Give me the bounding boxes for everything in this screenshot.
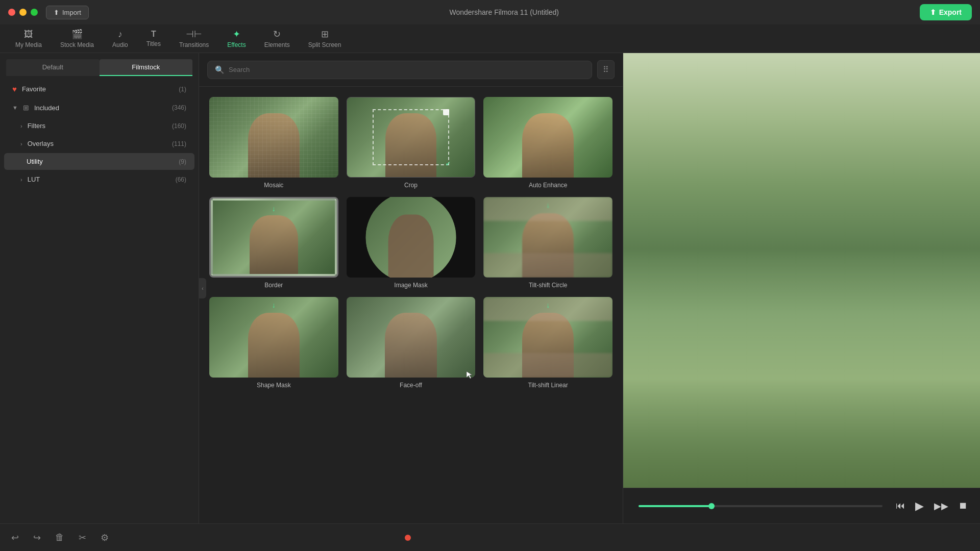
lut-label: LUT [28,176,40,183]
overlays-label: Overlays [28,140,54,147]
sidebar-item-filters[interactable]: › Filters (160) [4,117,194,134]
border-label: Border [264,282,283,289]
tab-effects[interactable]: ✦ Effects [218,26,255,52]
progress-track[interactable] [639,505,883,507]
tab-stock-media[interactable]: 🎬 Stock Media [51,26,103,52]
mosaic-thumbnail [209,97,338,178]
maximize-button[interactable] [31,9,38,16]
search-input[interactable] [229,66,584,73]
favorite-label: Favorite [22,85,46,93]
audio-label: Audio [112,41,128,48]
image-mask-label: Image Mask [394,282,427,289]
utility-label: Utility [27,158,43,165]
effect-image-mask[interactable]: Image Mask [347,197,476,289]
tilt-shift-circle-thumbnail: ↓ [483,197,612,278]
crop-thumbnail: ↙ [347,97,476,178]
sidebar-tab-default[interactable]: Default [6,59,100,76]
tilt-shift-circle-label: Tilt-shift Circle [529,282,568,289]
effect-shape-mask[interactable]: ↓ Shape Mask [209,297,338,389]
app-title: Wondershare Filmora 11 (Untitled) [89,8,920,16]
preview-panel: ⏮ ▶ ▶▶ ⏹ [623,53,980,523]
progress-fill [639,505,712,507]
window-controls [8,9,38,16]
effect-auto-enhance[interactable]: Auto Enhance [483,97,612,189]
chevron-right-icon: › [20,123,22,129]
download-badge: ↓ [272,205,276,213]
shape-mask-thumbnail: ↓ [209,297,338,378]
main-area: Default Filmstock ♥ Favorite (1) ▼ ⊞ Inc… [0,53,980,523]
audio-icon: ♪ [118,29,122,40]
close-button[interactable] [8,9,15,16]
my-media-icon: 🖼 [24,29,33,40]
split-screen-icon: ⊞ [321,29,329,40]
search-box[interactable]: 🔍 [207,61,592,79]
effect-face-off[interactable]: Face-off [347,297,476,389]
filters-count: (160) [172,122,186,130]
adjust-button[interactable]: ⚙ [97,529,112,546]
filters-label: Filters [28,122,45,130]
heart-icon: ♥ [12,85,17,93]
record-indicator [405,535,411,541]
sidebar-tab-filmstock[interactable]: Filmstock [100,59,193,76]
sidebar-item-lut[interactable]: › LUT (66) [4,171,194,188]
effect-tilt-shift-linear[interactable]: ↓ Tilt-shift Linear [483,297,612,389]
tab-elements[interactable]: ↻ Elements [255,26,299,52]
sidebar-item-favorite[interactable]: ♥ Favorite (1) [4,80,194,98]
shape-mask-label: Shape Mask [257,382,291,389]
sidebar-tabs: Default Filmstock [0,53,199,76]
collapse-handle[interactable]: ‹ [199,278,206,298]
grid-toggle-button[interactable]: ⠿ [597,60,615,79]
face-off-thumbnail [347,297,476,378]
undo-button[interactable]: ↩ [8,529,22,546]
skip-back-button[interactable]: ⏮ [894,498,907,513]
transitions-label: Transitions [179,41,209,48]
delete-button[interactable]: 🗑 [52,529,67,546]
effect-border[interactable]: ↓ Border [209,197,338,289]
redo-button[interactable]: ↪ [30,529,44,546]
effects-grid: Mosaic ↙ Crop [199,87,623,399]
effect-mosaic[interactable]: Mosaic [209,97,338,189]
auto-enhance-label: Auto Enhance [529,182,567,189]
mosaic-label: Mosaic [264,182,283,189]
titles-label: Titles [146,40,161,47]
crop-label: Crop [404,182,418,189]
tab-transitions[interactable]: ⊣⊢ Transitions [170,26,218,52]
included-label: Included [34,104,59,112]
titles-icon: T [151,30,156,39]
cut-button[interactable]: ✂ [76,529,89,546]
import-icon: ⬆ [54,9,59,16]
tilt-shift-linear-label: Tilt-shift Linear [528,382,568,389]
sidebar-item-utility[interactable]: Utility (9) [4,153,194,170]
play-forward-button[interactable]: ▶▶ [932,498,950,514]
my-media-label: My Media [15,41,42,48]
effect-crop[interactable]: ↙ Crop [347,97,476,189]
bottom-toolbar: ↩ ↪ 🗑 ✂ ⚙ [0,523,980,551]
stop-button[interactable]: ⏹ [957,498,970,513]
effect-tilt-shift-circle[interactable]: ↓ Tilt-shift Circle [483,197,612,289]
grid-icon: ⊞ [23,104,29,112]
export-button[interactable]: ⬆ Export [920,4,972,20]
sidebar-item-overlays[interactable]: › Overlays (111) [4,135,194,152]
tab-titles[interactable]: T Titles [137,27,170,51]
tab-split-screen[interactable]: ⊞ Split Screen [299,26,351,52]
stock-media-icon: 🎬 [71,29,83,40]
minimize-button[interactable] [19,9,27,16]
chevron-right-icon-2: › [20,141,22,147]
search-icon: 🔍 [215,65,225,74]
face-off-label: Face-off [400,382,422,389]
preview-video [623,53,980,488]
favorite-count: (1) [179,86,186,93]
tab-my-media[interactable]: 🖼 My Media [6,26,51,52]
effects-area: ‹ 🔍 ⠿ Mosaic [199,53,623,523]
sidebar: Default Filmstock ♥ Favorite (1) ▼ ⊞ Inc… [0,53,199,523]
play-button[interactable]: ▶ [913,497,926,515]
sidebar-item-included[interactable]: ▼ ⊞ Included (346) [4,99,194,116]
titlebar: ⬆ Import Wondershare Filmora 11 (Untitle… [0,0,980,24]
elements-label: Elements [264,41,290,48]
effects-icon: ✦ [233,29,240,40]
import-button[interactable]: ⬆ Import [46,6,89,19]
tab-audio[interactable]: ♪ Audio [103,26,137,52]
import-label: Import [62,9,81,16]
progress-thumb[interactable] [708,503,715,509]
overlays-count: (111) [172,140,186,147]
